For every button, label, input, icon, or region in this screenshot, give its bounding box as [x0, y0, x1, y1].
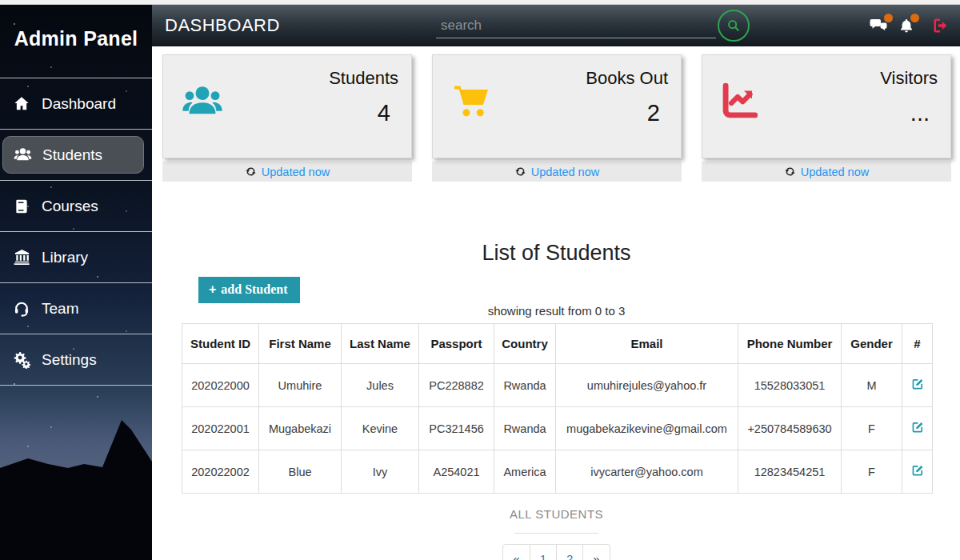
pagination-page-1[interactable]: 1	[530, 544, 557, 560]
sidebar: Admin Panel Dashboard	[0, 5, 152, 560]
table-footer-label: ALL STUDENTS	[152, 507, 960, 521]
stat-card-value: 2	[647, 100, 660, 126]
cell-last-name: Jules	[342, 364, 419, 407]
cell-phone: +250784589630	[738, 407, 842, 450]
sidebar-item-courses[interactable]: Courses	[0, 181, 152, 231]
cell-last-name: Ivy	[342, 450, 419, 494]
refresh-icon	[784, 166, 796, 178]
content-area: Students 4 Updated now	[152, 46, 960, 560]
stat-card-title: Visitors	[880, 68, 938, 89]
table-row: 202022000 Umuhire Jules PC228882 Rwanda …	[182, 364, 933, 407]
notification-badge	[910, 14, 919, 22]
cell-first-name: Mugabekazi	[259, 407, 342, 450]
sidebar-divider	[0, 129, 152, 130]
table-header-row: Student ID First Name Last Name Passport…	[182, 324, 933, 364]
main-area: DASHBOARD	[152, 5, 960, 560]
sidebar-item-label: Settings	[42, 351, 97, 369]
stat-card-body[interactable]: Books Out 2	[432, 54, 682, 158]
top-navbar: DASHBOARD	[152, 5, 960, 46]
sidebar-item-label: Students	[42, 146, 102, 164]
stat-card-books-out: Books Out 2 Updated now	[432, 54, 682, 182]
search-icon	[725, 17, 742, 34]
chart-line-icon	[718, 81, 762, 124]
headset-icon	[12, 300, 31, 318]
cell-student-id: 202022000	[182, 364, 259, 407]
pagination: « 1 2 »	[152, 544, 960, 560]
col-passport: Passport	[419, 324, 494, 364]
sidebar-item-settings[interactable]: Settings	[0, 334, 152, 385]
sidebar-item-library[interactable]: Library	[0, 232, 152, 282]
showing-results-text: showing result from 0 to 3	[152, 304, 960, 318]
cell-country: Rwanda	[494, 364, 556, 407]
cell-gender: F	[842, 407, 902, 450]
cell-country: Rwanda	[494, 407, 556, 450]
col-gender: Gender	[842, 324, 902, 364]
refresh-icon	[514, 166, 526, 178]
updated-label: Updated now	[262, 166, 330, 178]
sidebar-item-team[interactable]: Team	[0, 283, 152, 334]
table-row: 202022001 Mugabekazi Kevine PC321456 Rwa…	[182, 407, 933, 450]
comments-icon[interactable]	[868, 17, 889, 38]
col-student-id: Student ID	[182, 324, 259, 364]
cell-gender: M	[842, 364, 902, 407]
notification-badge	[884, 14, 893, 22]
updated-label: Updated now	[531, 166, 599, 178]
edit-student-button[interactable]	[910, 463, 925, 478]
cell-first-name: Blue	[259, 450, 342, 494]
stat-card-body[interactable]: Visitors ...	[702, 54, 951, 158]
sidebar-item-students[interactable]: Students	[2, 136, 144, 174]
book-icon	[12, 198, 31, 214]
cell-email: ivycarter@yahoo.com	[556, 450, 738, 494]
stat-card-footer[interactable]: Updated now	[162, 162, 412, 182]
stat-card-footer[interactable]: Updated now	[432, 162, 682, 182]
cell-first-name: Umuhire	[259, 364, 342, 407]
stat-card-footer[interactable]: Updated now	[702, 162, 951, 182]
cogs-icon	[12, 350, 31, 369]
edit-student-button[interactable]	[910, 420, 925, 434]
cell-passport: PC228882	[419, 364, 494, 407]
university-icon	[12, 248, 31, 266]
cell-student-id: 202022002	[182, 450, 259, 494]
section-heading: List of Students	[152, 241, 960, 266]
col-last-name: Last Name	[342, 324, 419, 364]
search-button[interactable]	[718, 10, 750, 42]
pagination-prev-button[interactable]: «	[502, 544, 530, 560]
col-phone: Phone Number	[738, 324, 842, 364]
stat-card-body[interactable]: Students 4	[162, 54, 412, 158]
sidebar-item-label: Team	[42, 300, 78, 318]
table-row: 202022002 Blue Ivy A254021 America ivyca…	[182, 450, 933, 494]
search-input[interactable]	[436, 13, 716, 38]
cell-passport: PC321456	[419, 407, 494, 450]
pagination-page-2[interactable]: 2	[557, 544, 583, 560]
sidebar-divider	[0, 385, 152, 386]
stat-card-visitors: Visitors ... Updated now	[702, 54, 951, 182]
cell-gender: F	[842, 450, 902, 494]
cart-icon	[449, 81, 494, 126]
add-student-label: add Student	[221, 282, 287, 297]
sidebar-item-label: Dashboard	[42, 95, 116, 113]
page-title: DASHBOARD	[165, 15, 280, 36]
stat-card-title: Books Out	[586, 68, 668, 89]
cell-phone: 15528033051	[738, 364, 842, 407]
add-student-button[interactable]: + add Student	[198, 277, 300, 303]
home-icon	[12, 95, 31, 113]
sidebar-item-label: Library	[42, 249, 88, 266]
sign-out-icon[interactable]	[930, 17, 950, 38]
cell-country: America	[494, 450, 556, 494]
sidebar-item-dashboard[interactable]: Dashboard	[0, 78, 152, 129]
updated-label: Updated now	[801, 166, 869, 178]
col-actions: #	[902, 324, 933, 364]
cell-last-name: Kevine	[342, 407, 419, 450]
pagination-next-button[interactable]: »	[583, 544, 610, 560]
stat-card-value: 4	[378, 100, 390, 126]
cell-student-id: 202022001	[182, 407, 259, 450]
mountain-silhouette	[0, 388, 152, 560]
students-table: Student ID First Name Last Name Passport…	[182, 323, 933, 494]
app-window: Admin Panel Dashboard	[0, 5, 960, 560]
plus-icon: +	[209, 282, 216, 297]
bell-icon[interactable]	[898, 17, 915, 38]
edit-student-button[interactable]	[910, 377, 925, 391]
pagination-divider	[514, 533, 598, 534]
col-email: Email	[556, 324, 738, 364]
col-first-name: First Name	[259, 324, 342, 364]
